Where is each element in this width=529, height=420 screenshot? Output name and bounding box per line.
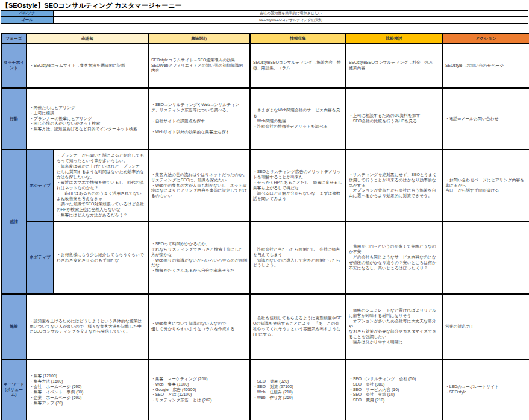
cell-touchpoint-research: SEOstyleSEOコンサルティング→施策内容、特徴、用語集、コラム (251, 44, 346, 89)
cell-keywords-interest: ・集客 マーケティング (260) ・Web 集客 (1000) ・Google… (149, 360, 251, 420)
cell-negative-research: ・詐欺会社と当たったら面倒だし、会社に損害を与えてしまう ・知識がないのに導入し… (251, 222, 346, 295)
persona-value: 会社の認知度を効率的に増加させたい (54, 11, 528, 17)
cell-strategy-research: ・会社を信頼してもらえるように更新頻度やSEOの知識を発信することにより、「あ、… (251, 295, 346, 360)
cell-positive-research: ・SEOとリスティング広告のメリットデメリットを理解することが出来た ・せっかく… (251, 150, 346, 222)
cell-touchpoint-action: SEOstyle→お問い合わせページ (443, 44, 529, 89)
row-label-keywords: キーワード (ボリューム) (2, 360, 27, 420)
phase-header-action: アクション (443, 34, 529, 44)
cell-positive-interest: ・集客方法の世の流れはやはりネットだったのか。 リスティングにSEOに、知識を深… (149, 150, 251, 222)
cell-positive-comparison: ・リスティングを絶対悪にせず、SEOとうまく併用して行うことが出来るのはかなり効… (346, 150, 443, 222)
cell-positive-awareness: ・プランナーから聞いた話によると紹介してもらって知ったという事が多いらしい。 ・… (54, 150, 149, 222)
cell-behavior-action: ・電話orメールお問い合わせ (443, 89, 529, 150)
cell-touchpoint-interest: SEOstyleコラムサイト→SEO施策導入の効果 SEOWebアフィリエイトと… (149, 44, 251, 89)
phase-header-research: 情報収集 (251, 34, 346, 44)
cell-strategy-interest: ・Web集客について知識のない人なので、 優しく分かりやすいようなコラムを作成す… (149, 295, 251, 360)
row-label-emotion: 感情 (2, 150, 27, 295)
persona-label: ペルソナ (1, 11, 54, 17)
phase-header-comparison: 比較検討 (346, 34, 443, 44)
cell-keywords-action: ・LSDのコーポレートサイト ・SEOstyle (443, 360, 529, 420)
row-label-negative: ネガティブ (27, 222, 54, 295)
phase-corner-header: フェーズ (2, 34, 27, 44)
cell-keywords-comparison: ・SEOコンサルティング 会社 (50) ・SEO 会社 (880) ・SEO … (346, 360, 443, 420)
row-label-positive: ポジティブ (27, 150, 54, 222)
cell-behavior-research: ・さまざまなWeb関連会社のサービス内容を見る ・Web関連の勉強 ・詐欺会社の… (251, 89, 346, 150)
phase-header-interest: 興味関心 (149, 34, 251, 44)
cell-behavior-awareness: ・同僚たちにヒアリング ・上司に相談 ・プランナーの後輩にヒアリング ・同じ心境… (27, 89, 149, 150)
cell-keywords-research: ・SEO 効果 (320) ・SEO 対策 (27100) ・Web 仕組み (… (251, 360, 346, 420)
cell-negative-comparison: ・費用が〇円～というのが多くて実際どうなのか不安 ・どの会社も同じようなサービス… (346, 222, 443, 295)
journey-table: フェーズ 非認知 興味関心 情報収集 比較検討 アクション タッチポイント ・S… (1, 33, 529, 420)
cell-negative-action (443, 222, 529, 295)
row-label-touchpoint: タッチポイント (2, 44, 27, 89)
cell-keywords-awareness: ・集客 (12100) ・集客方法 (1600) ・会社 ホームページ (590… (27, 360, 149, 420)
goal-label: ゴール (1, 17, 54, 23)
cell-strategy-action: 営業の対応力！ (443, 295, 529, 360)
row-label-strategy: 施策 (2, 295, 27, 360)
cell-negative-awareness: ・お得意様にもう少し紹介してもらうぐらいでわざわざ変化させるのも手間だな (54, 222, 149, 295)
cell-touchpoint-awareness: ・SEOstyleコラムサイト→集客方法を網羅的に記載 (27, 44, 149, 89)
row-label-behavior: 行動 (2, 89, 27, 150)
goal-value: SEOstyleSEOコンサルティングの契約 (54, 17, 528, 23)
cell-strategy-comparison: ・価格のシュミレートなど置ければよりリアルに顧客が吟味する材料になりそう ・オプ… (346, 295, 443, 360)
cell-strategy-awareness: ・認知度を上げるためにはどうしようという具体的な施策は思いついてない人が多いので… (27, 295, 149, 360)
page-title: 【SEOstyle】SEOコンサルティング カスタマージャーニー (2, 1, 181, 10)
cell-behavior-interest: ・SEOコンサルティングやWebコンサルティング、リスティング広告等について調べ… (149, 89, 251, 150)
phase-header-awareness: 非認知 (27, 34, 149, 44)
cell-behavior-comparison: ・上司に相談するためのDL資料を探す ・SEO会社の比較を行う為HPを見る (346, 89, 443, 150)
cell-touchpoint-comparison: SEOstyleSEOコンサルティング→料金、強み、施策内容 (346, 44, 443, 89)
cell-negative-interest: ・SEOって時間がかかるのか、 それならリスティングでさっさと検索上位にした方が… (149, 222, 251, 295)
journey-map-sheet: 【SEOstyle】SEOコンサルティング カスタマージャーニー ペルソナ 会社… (0, 0, 529, 420)
persona-goal-table: ペルソナ 会社の認知度を効率的に増加させたい ゴール SEOstyleSEOコン… (1, 10, 528, 24)
cell-positive-action: ・お問い合わせページにヒアリング内容を書けるから 当日一から話す手間が省ける (443, 150, 529, 222)
